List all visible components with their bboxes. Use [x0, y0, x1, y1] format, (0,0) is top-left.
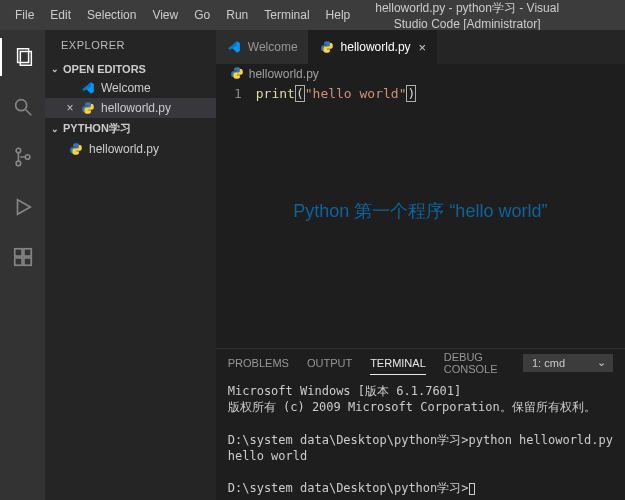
open-editor-helloworld[interactable]: × helloworld.py: [45, 98, 216, 118]
run-debug-icon[interactable]: [0, 188, 45, 226]
workspace-header[interactable]: ⌄ PYTHON学习: [45, 118, 216, 139]
sidebar: EXPLORER ⌄ OPEN EDITORS Welcome × hellow…: [45, 30, 216, 500]
breadcrumb[interactable]: helloworld.py: [216, 64, 625, 84]
workspace-label: PYTHON学习: [63, 121, 131, 136]
menu-view[interactable]: View: [145, 4, 185, 26]
vscode-icon: [226, 39, 242, 55]
menu-run[interactable]: Run: [219, 4, 255, 26]
editor-watermark: Python 第一个程序 “hello world”: [293, 199, 547, 223]
titlebar: File Edit Selection View Go Run Terminal…: [0, 0, 625, 30]
svg-line-3: [25, 110, 31, 116]
svg-point-2: [15, 100, 26, 111]
terminal-line: hello world: [228, 449, 307, 463]
tab-welcome[interactable]: Welcome: [216, 30, 309, 64]
open-editor-welcome[interactable]: Welcome: [45, 78, 216, 98]
terminal-selector[interactable]: 1: cmd: [523, 354, 613, 372]
close-icon[interactable]: ×: [63, 101, 77, 115]
cursor-icon: [469, 483, 475, 495]
token-function: print: [256, 86, 295, 101]
token-paren-close: ): [406, 85, 416, 102]
menu-help[interactable]: Help: [319, 4, 358, 26]
svg-rect-8: [14, 249, 21, 256]
breadcrumb-file: helloworld.py: [249, 67, 319, 81]
menu-terminal[interactable]: Terminal: [257, 4, 316, 26]
tab-label: Welcome: [248, 40, 298, 54]
svg-point-6: [25, 155, 30, 160]
svg-marker-7: [17, 200, 30, 215]
extensions-icon[interactable]: [0, 238, 45, 276]
svg-rect-10: [14, 258, 21, 265]
window-title: helloworld.py - python学习 - Visual Studio…: [357, 0, 617, 31]
terminal-prompt: D:\system data\Desktop\python学习>: [228, 481, 469, 495]
source-control-icon[interactable]: [0, 138, 45, 176]
code-editor[interactable]: 1 print("hello world") Python 第一个程序 “hel…: [216, 84, 625, 348]
line-gutter: 1: [216, 84, 256, 348]
terminal-line: 版权所有 (c) 2009 Microsoft Corporation。保留所有…: [228, 400, 596, 414]
open-editors-label: OPEN EDITORS: [63, 63, 146, 75]
activity-bar: [0, 30, 45, 500]
svg-point-4: [16, 148, 21, 153]
python-icon: [230, 66, 244, 83]
chevron-down-icon: ⌄: [49, 64, 61, 74]
chevron-down-icon: ⌄: [49, 124, 61, 134]
panel-tab-problems[interactable]: PROBLEMS: [228, 352, 289, 374]
tab-helloworld[interactable]: helloworld.py ×: [309, 30, 438, 64]
svg-rect-11: [23, 258, 30, 265]
explorer-icon[interactable]: [0, 38, 45, 76]
svg-rect-9: [23, 249, 30, 256]
terminal-line: Microsoft Windows [版本 6.1.7601]: [228, 384, 462, 398]
menu-go[interactable]: Go: [187, 4, 217, 26]
vscode-icon: [79, 81, 97, 95]
token-paren-open: (: [295, 85, 305, 102]
tab-label: helloworld.py: [341, 40, 411, 54]
panel-tab-debug-console[interactable]: DEBUG CONSOLE: [444, 346, 505, 380]
python-icon: [67, 142, 85, 156]
menu-selection[interactable]: Selection: [80, 4, 143, 26]
open-editor-label: Welcome: [101, 81, 151, 95]
svg-point-5: [16, 161, 21, 166]
file-helloworld[interactable]: helloworld.py: [45, 139, 216, 159]
panel-tabs: PROBLEMS OUTPUT TERMINAL DEBUG CONSOLE 1…: [216, 349, 625, 377]
line-number: 1: [216, 86, 242, 101]
close-icon[interactable]: ×: [419, 40, 427, 55]
open-editor-label: helloworld.py: [101, 101, 171, 115]
terminal-line: D:\system data\Desktop\python学习>python h…: [228, 433, 613, 447]
editor-tabs: Welcome helloworld.py ×: [216, 30, 625, 64]
python-icon: [79, 101, 97, 115]
token-string: "hello world": [305, 86, 407, 101]
open-editors-header[interactable]: ⌄ OPEN EDITORS: [45, 60, 216, 78]
panel-tab-output[interactable]: OUTPUT: [307, 352, 352, 374]
search-icon[interactable]: [0, 88, 45, 126]
panel-tab-terminal[interactable]: TERMINAL: [370, 352, 426, 375]
sidebar-title: EXPLORER: [45, 30, 216, 60]
menu-file[interactable]: File: [8, 4, 41, 26]
editor-area: Welcome helloworld.py × helloworld.py 1 …: [216, 30, 625, 500]
terminal[interactable]: Microsoft Windows [版本 6.1.7601] 版权所有 (c)…: [216, 377, 625, 500]
menu-bar: File Edit Selection View Go Run Terminal…: [8, 4, 357, 26]
python-icon: [319, 39, 335, 55]
file-label: helloworld.py: [89, 142, 159, 156]
bottom-panel: PROBLEMS OUTPUT TERMINAL DEBUG CONSOLE 1…: [216, 348, 625, 500]
menu-edit[interactable]: Edit: [43, 4, 78, 26]
